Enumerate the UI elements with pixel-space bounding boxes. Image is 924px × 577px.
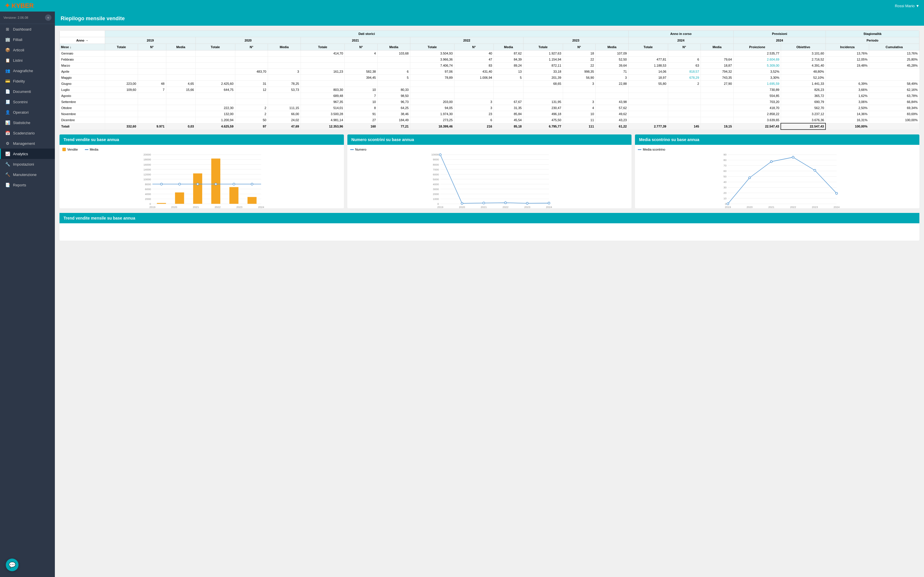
- sidebar-item-anagrafiche[interactable]: 👥Anagrafiche: [0, 66, 55, 76]
- svg-text:2020: 2020: [747, 205, 753, 208]
- table-cell: [166, 69, 195, 75]
- sidebar-version: Versione: 2.06.08 «: [0, 11, 55, 24]
- sidebar-collapse-button[interactable]: «: [45, 15, 52, 21]
- table-cell: [377, 56, 410, 63]
- table-cell: 111: [563, 123, 596, 129]
- media-scontrino-svg: 9080706050403020100201920202021202220232…: [638, 153, 916, 208]
- table-cell: 53,73: [268, 87, 301, 93]
- table-cell: 3: [454, 105, 494, 111]
- svg-text:18000: 18000: [144, 158, 151, 161]
- svg-text:60: 60: [724, 169, 727, 172]
- table-cell: 2.425,60: [195, 81, 235, 87]
- table-cell: [668, 50, 701, 56]
- sidebar-item-filliali[interactable]: 🏢Filliali: [0, 34, 55, 45]
- numero-scontrini-svg: 1000090008000700060005000400030002000100…: [350, 153, 629, 208]
- table-row: Agosto689,48798,50554,85365,721,62%63,78…: [60, 93, 919, 99]
- table-cell: 7: [345, 93, 378, 99]
- sidebar-item-scontrini[interactable]: 🧾Scontrini: [0, 97, 55, 107]
- table-cell: [138, 75, 166, 81]
- table-cell: 69,34%: [869, 105, 919, 111]
- table-cell: [701, 93, 734, 99]
- table-cell: 2,50%: [825, 105, 869, 111]
- col-tot-2024: Totale: [628, 44, 668, 50]
- sidebar-item-impostazioni[interactable]: 🔧Impostazioni: [0, 159, 55, 169]
- legend-vendite-dot: [62, 148, 66, 151]
- table-cell: 1.200,94: [195, 117, 235, 124]
- table-cell: [105, 69, 138, 75]
- svg-point-40: [251, 183, 253, 185]
- table-row: Novembre132,00266,003.500,289138,461.974…: [60, 111, 919, 117]
- table-cell: 3: [454, 99, 494, 105]
- table-cell: 3.237,12: [781, 111, 825, 117]
- table-row: Maggio394,45578,891.006,945201,3956,9031…: [60, 75, 919, 81]
- sidebar-label-fidelity: Fidelity: [13, 79, 25, 83]
- table-cell: [596, 93, 628, 99]
- table-row: Febbraio3.966,364784,391.154,942252,5047…: [60, 56, 919, 63]
- table-cell: [668, 99, 701, 105]
- table-cell: 19,15: [701, 123, 734, 129]
- table-cell: 730,89: [733, 87, 781, 93]
- sidebar-item-management[interactable]: ⚙Management: [0, 138, 55, 148]
- sidebar-item-fidelity[interactable]: 💳Fidelity: [0, 76, 55, 86]
- col-cumulativa: Cumulativa: [869, 44, 919, 50]
- numero-scontrini-card: Numero scontrini su base annua Numero 10…: [347, 134, 632, 208]
- sidebar-item-listini[interactable]: 📋Listini: [0, 55, 55, 66]
- svg-text:2023: 2023: [812, 205, 818, 208]
- table-cell: [701, 50, 734, 56]
- table-cell: [195, 50, 235, 56]
- fidelity-icon: 💳: [5, 79, 10, 83]
- sidebar-item-dashboard[interactable]: ⊞Dashboard: [0, 24, 55, 34]
- sidebar-item-manutenzione[interactable]: 🔨Manutenzione: [0, 169, 55, 180]
- sidebar-label-operatori: Operatori: [13, 110, 29, 114]
- data-table-section: Dati storici Anno in corso Previsioni St…: [60, 30, 919, 130]
- svg-point-102: [749, 177, 751, 179]
- user-menu[interactable]: Rossi Mario ▼: [895, 4, 919, 8]
- logo-text: KYBER: [11, 2, 34, 10]
- sidebar-item-articoli[interactable]: 📦Articoli: [0, 45, 55, 55]
- year-header-row: Anno → 2019 2020 2021 2022 2023 2024 202…: [60, 37, 919, 44]
- sidebar-item-scadenziario[interactable]: 📅Scadenziario: [0, 128, 55, 138]
- table-cell: [166, 50, 195, 56]
- table-cell: 6: [668, 56, 701, 63]
- table-cell: 5.309,00: [733, 63, 781, 69]
- sidebar-item-operatori[interactable]: 👤Operatori: [0, 107, 55, 118]
- table-row: Luglio109,60715,66644,751253,73803,30108…: [60, 87, 919, 93]
- svg-text:2019: 2019: [725, 205, 731, 208]
- table-cell: 68,65: [523, 81, 563, 87]
- group-previsioni: Previsioni: [733, 31, 825, 37]
- cell-mese: Novembre: [60, 111, 105, 117]
- table-cell: 743,35: [701, 75, 734, 81]
- table-cell: 678,29: [668, 75, 701, 81]
- table-cell: 4.391,40: [781, 63, 825, 69]
- table-cell: [701, 87, 734, 93]
- table-cell: [869, 123, 919, 129]
- table-cell: [268, 99, 301, 105]
- table-cell: 690,79: [781, 99, 825, 105]
- sidebar-item-documenti[interactable]: 📄Documenti: [0, 86, 55, 97]
- year-2023: 2023: [523, 37, 628, 44]
- trend-vendite-card: Trend vendite su base annua Vendite Medi…: [60, 134, 344, 208]
- table-cell: 39,64: [596, 63, 628, 69]
- col-n-2024: N°: [668, 44, 701, 50]
- table-cell: [494, 81, 523, 87]
- table-cell: 66,84%: [869, 99, 919, 105]
- table-cell: 475,50: [523, 117, 563, 124]
- app-logo: ✦ KYBER: [5, 2, 34, 10]
- table-cell: 18,87: [701, 63, 734, 69]
- chat-button[interactable]: 💬: [6, 559, 18, 571]
- svg-text:0: 0: [150, 202, 151, 205]
- sidebar-item-analytics[interactable]: 📈Analytics: [0, 148, 55, 159]
- svg-text:90: 90: [724, 153, 727, 156]
- table-cell: 1.154,94: [523, 56, 563, 63]
- col-med-2023: Media: [596, 44, 628, 50]
- trend-mensile-card: Trend vendite mensile su base annua: [60, 213, 919, 241]
- year-col-label: Anno →: [60, 37, 105, 44]
- sidebar-item-reports[interactable]: 📑Reports: [0, 180, 55, 190]
- svg-text:2021: 2021: [193, 205, 199, 208]
- table-cell: 78,89: [410, 75, 454, 81]
- svg-text:6000: 6000: [145, 187, 151, 191]
- sidebar-item-statistiche[interactable]: 📊Statistiche: [0, 118, 55, 128]
- col-obiettivo: Obiettivo: [781, 44, 825, 50]
- table-cell: 40: [454, 50, 494, 56]
- table-cell: 96,73: [377, 99, 410, 105]
